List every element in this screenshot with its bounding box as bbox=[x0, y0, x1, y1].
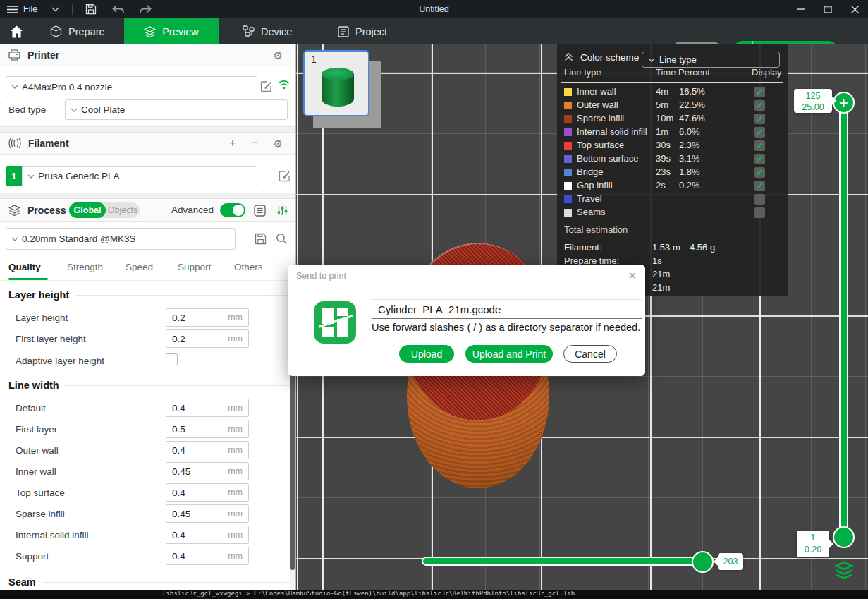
param-label: First layer bbox=[16, 424, 57, 435]
line-width-top-surface-input[interactable]: 0.4mm bbox=[166, 483, 249, 502]
search-icon[interactable] bbox=[276, 233, 288, 245]
line-width-outer-wall-input[interactable]: 0.4mm bbox=[166, 441, 249, 459]
collapse-panel-icon[interactable] bbox=[564, 53, 573, 61]
param-label: Layer height bbox=[16, 313, 68, 323]
filament-slot-badge[interactable]: 1 bbox=[6, 166, 22, 186]
filament-icon bbox=[8, 138, 21, 149]
wifi-icon[interactable] bbox=[278, 80, 290, 90]
add-filament-icon[interactable]: + bbox=[229, 136, 236, 150]
filament-settings-gear-icon[interactable]: ⚙ bbox=[274, 138, 283, 149]
active-tab-underline bbox=[8, 278, 48, 280]
display-checkbox[interactable]: ✓ bbox=[754, 181, 765, 191]
display-checkbox[interactable]: ✓ bbox=[754, 167, 765, 178]
undo-icon[interactable] bbox=[112, 5, 125, 14]
display-checkbox[interactable]: ✓ bbox=[754, 140, 765, 151]
display-checkbox[interactable]: ✓ bbox=[754, 154, 765, 164]
chevron-down-icon[interactable] bbox=[51, 7, 59, 12]
legend-row-bottom-surface: Bottom surface39s3.1% ✓ bbox=[557, 152, 788, 166]
file-menu[interactable]: File bbox=[23, 4, 37, 14]
edit-printer-icon[interactable] bbox=[260, 80, 272, 92]
plate-thumbnail[interactable]: 1 bbox=[303, 50, 369, 116]
scope-objects[interactable]: Objects bbox=[106, 202, 140, 218]
legend-row-seams: Seams ✓ bbox=[557, 206, 788, 219]
parameter-list-icon[interactable] bbox=[254, 205, 266, 217]
hamburger-menu-icon[interactable] bbox=[7, 6, 18, 13]
display-checkbox[interactable]: ✓ bbox=[754, 114, 765, 124]
legend-row-gap-infill: Gap infill2s0.2% ✓ bbox=[557, 179, 788, 193]
line-width-support-input[interactable]: 0.4mm bbox=[166, 547, 249, 565]
param-label: Support bbox=[16, 551, 49, 562]
display-checkbox[interactable]: ✓ bbox=[754, 87, 765, 97]
line-width-internal-solid-infill-input[interactable]: 0.4mm bbox=[166, 526, 249, 544]
legend-row-top-surface: Top surface30s2.3% ✓ bbox=[557, 139, 788, 152]
tab-quality[interactable]: Quality bbox=[8, 262, 41, 272]
process-icon bbox=[8, 205, 20, 216]
tune-parameters-icon[interactable] bbox=[276, 205, 288, 217]
display-checkbox[interactable]: ✓ bbox=[754, 207, 765, 218]
legend-row-bridge: Bridge23s1.8% ✓ bbox=[557, 166, 788, 179]
display-checkbox[interactable]: ✓ bbox=[754, 127, 765, 138]
move-slider-handle[interactable] bbox=[692, 551, 714, 573]
process-scope-switch[interactable]: Global Objects bbox=[69, 202, 140, 218]
dialog-hint-text: Use forward slashes ( / ) as a directory… bbox=[372, 322, 640, 333]
advanced-toggle[interactable] bbox=[220, 203, 245, 217]
color-swatch bbox=[564, 128, 572, 136]
view-mode-select[interactable]: Line type bbox=[642, 52, 780, 68]
tab-speed[interactable]: Speed bbox=[126, 262, 153, 272]
maximize-button[interactable] bbox=[814, 0, 841, 18]
layer-slider-bottom-handle[interactable] bbox=[833, 526, 855, 548]
minimize-button[interactable] bbox=[788, 0, 814, 18]
scope-global[interactable]: Global bbox=[69, 202, 106, 218]
layer-height-input[interactable]: 0.2mm bbox=[166, 308, 249, 327]
color-swatch bbox=[564, 102, 572, 109]
layer-slider-track[interactable] bbox=[839, 102, 848, 538]
bed-type-value: Cool Plate bbox=[81, 104, 125, 115]
tab-preview[interactable]: Preview bbox=[124, 18, 219, 44]
close-button[interactable] bbox=[841, 0, 868, 18]
color-scheme-panel: Color scheme Line type Line type Time Pe… bbox=[557, 44, 788, 296]
line-width-default-input[interactable]: 0.4mm bbox=[166, 399, 249, 417]
color-swatch bbox=[564, 88, 572, 96]
adaptive-layer-height-checkbox[interactable] bbox=[166, 353, 178, 365]
tab-support[interactable]: Support bbox=[178, 262, 211, 272]
filament-preset-select[interactable]: Prusa Generic PLA bbox=[22, 166, 257, 186]
line-width-first-layer-input[interactable]: 0.5mm bbox=[166, 420, 249, 438]
line-width-inner-wall-input[interactable]: 0.45mm bbox=[166, 462, 249, 480]
layer-height-heading: Layer height bbox=[8, 289, 291, 301]
first-layer-height-input[interactable]: 0.2mm bbox=[166, 329, 249, 348]
dialog-close-icon[interactable]: ✕ bbox=[628, 270, 637, 282]
gcode-filename-input[interactable] bbox=[372, 299, 642, 319]
upload-and-print-button[interactable]: Upload and Print bbox=[465, 345, 553, 363]
display-checkbox[interactable]: ✓ bbox=[754, 100, 765, 111]
cancel-button[interactable]: Cancel bbox=[563, 345, 617, 363]
edit-filament-icon[interactable] bbox=[279, 170, 291, 182]
tab-prepare[interactable]: Prepare bbox=[50, 18, 105, 44]
tab-device[interactable]: Device bbox=[243, 18, 292, 44]
upload-button[interactable]: Upload bbox=[399, 345, 454, 363]
param-label: Inner wall bbox=[16, 466, 56, 477]
home-button[interactable] bbox=[10, 18, 23, 44]
printer-preset-select[interactable]: A4MaxPro 0.4 nozzle bbox=[6, 76, 257, 97]
move-slider-track[interactable] bbox=[422, 557, 712, 566]
save-icon[interactable] bbox=[85, 4, 97, 15]
process-preset-select[interactable]: 0.20mm Standard @MK3S bbox=[6, 228, 236, 250]
bed-type-select[interactable]: Cool Plate bbox=[65, 99, 288, 120]
tab-strength[interactable]: Strength bbox=[67, 262, 103, 272]
tab-preview-label: Preview bbox=[162, 26, 199, 37]
remove-filament-icon[interactable]: − bbox=[252, 136, 259, 150]
tab-others[interactable]: Others bbox=[234, 262, 263, 272]
redo-icon[interactable] bbox=[139, 5, 152, 14]
chevron-down-icon bbox=[648, 58, 655, 62]
color-swatch bbox=[564, 182, 572, 190]
save-preset-icon[interactable] bbox=[255, 233, 267, 245]
bed-type-label: Bed type bbox=[8, 104, 46, 115]
color-swatch bbox=[564, 209, 572, 217]
advanced-label: Advanced bbox=[171, 205, 214, 215]
console-log-text: libslic3r_gcl_wxwgegi > C:\Codes\BambuSt… bbox=[162, 590, 575, 597]
line-width-sparse-infill-input[interactable]: 0.45mm bbox=[166, 504, 249, 523]
printer-settings-gear-icon[interactable]: ⚙ bbox=[274, 50, 283, 61]
tab-project[interactable]: Project bbox=[338, 18, 387, 44]
display-checkbox[interactable]: ✓ bbox=[754, 194, 765, 205]
tab-prepare-label: Prepare bbox=[68, 26, 105, 37]
layers-icon[interactable] bbox=[833, 560, 855, 580]
